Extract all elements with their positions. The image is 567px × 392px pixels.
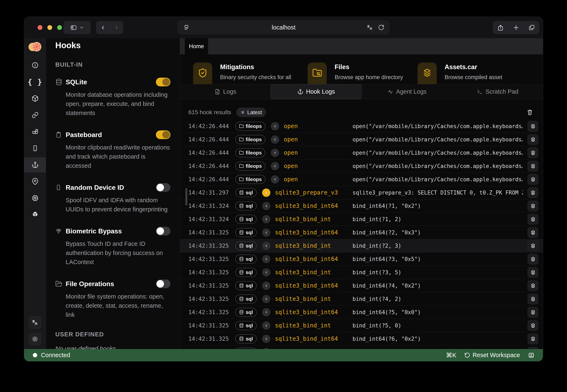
back-button[interactable] [96, 21, 109, 34]
stack-trace-button[interactable] [527, 347, 538, 349]
database-icon [239, 336, 244, 341]
log-row[interactable]: 14:42:31.325 sql sqlite3_bind_int bind_i… [180, 266, 543, 279]
hook-item-pasteboard: Pasteboard Monitor clipboard read/write … [55, 130, 170, 170]
rail-item-info[interactable] [24, 58, 46, 73]
log-category-label: sql [246, 309, 253, 315]
log-timestamp: 14:42:31.325 [188, 256, 230, 262]
tab-logs[interactable]: Logs [180, 84, 271, 99]
rail-item-device[interactable] [24, 141, 46, 156]
log-row[interactable]: 14:42:31.325 sql sqlite3_bind_int64 bind… [180, 279, 543, 292]
stack-trace-button[interactable] [527, 201, 538, 211]
grapefruit-logo[interactable] [28, 42, 42, 52]
card-mitigations[interactable]: Mitigations Binary security checks for a… [193, 62, 291, 84]
log-row[interactable]: 14:42:31.325 sql sqlite3_bind_int bind_i… [180, 346, 543, 349]
rail-item-code[interactable]: { } [24, 74, 46, 89]
results-count: 615 hook results [188, 109, 231, 116]
reload-icon[interactable] [378, 20, 384, 34]
stack-trace-button[interactable] [527, 174, 538, 185]
share-icon[interactable] [497, 25, 504, 31]
stack-trace-button[interactable] [527, 121, 538, 132]
log-row[interactable]: 14:42:31.325 sql sqlite3_bind_int bind_i… [180, 239, 543, 252]
log-list[interactable]: 14:42:26.444 fileops open open("/var/mob… [180, 120, 543, 349]
new-tab-icon[interactable] [513, 25, 519, 31]
address-bar[interactable]: localhost [178, 20, 390, 34]
stack-trace-button[interactable] [527, 240, 538, 251]
close-window-button[interactable] [38, 25, 42, 30]
stack-trace-button[interactable] [527, 214, 538, 225]
stack-trace-button[interactable] [527, 227, 538, 238]
stack-trace-button[interactable] [527, 254, 538, 265]
card-files[interactable]: Files Browse app home directory [308, 62, 405, 84]
map-pin-icon [31, 178, 39, 185]
log-row[interactable]: 14:42:26.444 fileops open open("/var/mob… [180, 173, 543, 186]
tab-home[interactable]: Home [185, 38, 208, 54]
card-assets-car[interactable]: Assets.car Browse compiled asset [418, 62, 515, 84]
stack-trace-button[interactable] [527, 294, 538, 304]
clear-logs-button[interactable] [527, 109, 533, 115]
scrollbar-thumb[interactable] [185, 188, 187, 206]
hook-description: Monitor database operations including op… [66, 90, 171, 117]
rail-item-location[interactable] [24, 174, 46, 189]
log-row[interactable]: 14:42:26.444 fileops open open("/var/mob… [180, 133, 543, 146]
log-row[interactable]: 14:42:31.325 sql sqlite3_bind_int bind_i… [180, 319, 543, 332]
translate-button[interactable] [29, 316, 41, 328]
log-row[interactable]: 14:42:31.325 sql sqlite3_bind_int64 bind… [180, 226, 543, 239]
tray-icon[interactable] [528, 352, 535, 359]
pasteboard-toggle[interactable] [156, 130, 170, 139]
stack-trace-button[interactable] [527, 147, 538, 158]
stack-trace-button[interactable] [527, 334, 538, 344]
log-row[interactable]: 14:42:26.444 fileops open open("/var/mob… [180, 159, 543, 173]
stack-trace-button[interactable] [527, 134, 538, 145]
package-icon [31, 95, 39, 102]
log-row[interactable]: 14:42:31.324 sql sqlite3_bind_int64 bind… [180, 199, 543, 213]
info-icon [31, 62, 39, 69]
tab-scratch-pad[interactable]: Scratch Pad [452, 84, 543, 99]
log-row[interactable]: 14:42:26.444 fileops open open("/var/mob… [180, 120, 543, 133]
stack-trace-button[interactable] [527, 280, 538, 291]
builtin-section-label: BUILT-IN [55, 61, 170, 68]
hook-function-name: sqlite3_bind_int64 [275, 335, 338, 342]
tab-hook-logs[interactable]: Hook Logs [271, 84, 362, 99]
stack-trace-button[interactable] [527, 161, 538, 171]
sqlite-toggle[interactable] [156, 78, 170, 86]
zoom-window-button[interactable] [57, 25, 62, 30]
random-device-id-toggle[interactable] [156, 183, 170, 192]
page-settings-icon[interactable] [183, 20, 190, 34]
biometric-bypass-toggle[interactable] [156, 227, 170, 236]
stack-trace-button[interactable] [527, 307, 538, 318]
reset-workspace-button[interactable]: Reset Workspace [464, 352, 520, 359]
rail-item-unity[interactable] [24, 207, 46, 222]
log-category-badge: fileops [235, 135, 265, 144]
rail-item-components[interactable] [24, 124, 46, 139]
stack-trace-button[interactable] [527, 267, 538, 278]
log-row[interactable]: 14:42:31.325 sql sqlite3_bind_int64 bind… [180, 306, 543, 319]
sidebar-toggle-button[interactable] [64, 21, 91, 34]
rail-item-bindings[interactable] [24, 108, 46, 123]
log-detail: bind_int64(?5, "0x0") [353, 306, 421, 319]
hook-function-name: sqlite3_prepare_v3 [275, 189, 338, 196]
log-row[interactable]: 14:42:31.325 sql sqlite3_bind_int64 bind… [180, 332, 543, 346]
quick-cards: Mitigations Binary security checks for a… [180, 62, 543, 84]
chevron-left-icon [264, 244, 268, 248]
minimize-window-button[interactable] [47, 25, 52, 30]
translate-icon[interactable] [366, 20, 373, 34]
log-row[interactable]: 14:42:31.325 sql sqlite3_bind_int bind_i… [180, 292, 543, 306]
stack-trace-button[interactable] [527, 320, 538, 331]
theme-toggle-button[interactable] [29, 333, 41, 345]
tab-overview-icon[interactable] [529, 25, 535, 31]
file-operations-toggle[interactable] [156, 280, 170, 288]
log-row[interactable]: 14:42:31.324 sql sqlite3_bind_int bind_i… [180, 213, 543, 226]
stack-trace-button[interactable] [527, 187, 538, 198]
rail-item-modules[interactable] [24, 91, 46, 106]
latest-filter-button[interactable]: Latest [236, 108, 266, 117]
log-detail: bind_int64(?4, "0x2") [353, 279, 421, 292]
chevron-left-icon [273, 151, 277, 155]
log-row[interactable]: 14:42:31.297 sql sqlite3_prepare_v3 sqli… [180, 186, 543, 199]
rail-item-native[interactable] [24, 191, 46, 206]
log-row[interactable]: 14:42:31.325 sql sqlite3_bind_int64 bind… [180, 252, 543, 266]
tab-agent-logs[interactable]: Agent Logs [362, 84, 452, 99]
activity-icon [388, 89, 393, 95]
rail-item-hooks[interactable] [24, 157, 46, 172]
forward-button[interactable] [110, 21, 123, 34]
log-row[interactable]: 14:42:26.444 fileops open open("/var/mob… [180, 146, 543, 159]
